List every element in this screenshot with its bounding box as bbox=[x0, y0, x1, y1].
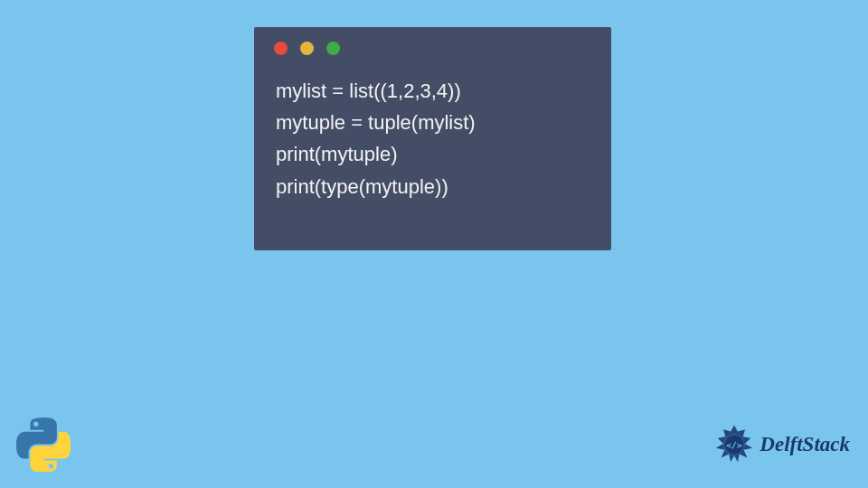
delftstack-icon: </> bbox=[712, 423, 756, 466]
minimize-dot-icon bbox=[300, 42, 314, 55]
delftstack-logo: </> DelftStack bbox=[712, 423, 850, 466]
code-line-2: mytuple = tuple(mylist) bbox=[276, 107, 590, 138]
code-content: mylist = list((1,2,3,4)) mytuple = tuple… bbox=[254, 55, 611, 221]
maximize-dot-icon bbox=[326, 42, 340, 55]
window-controls bbox=[254, 27, 611, 55]
code-line-3: print(mytuple) bbox=[276, 138, 590, 170]
code-line-4: print(type(mytuple)) bbox=[276, 171, 590, 202]
code-window: mylist = list((1,2,3,4)) mytuple = tuple… bbox=[254, 27, 611, 250]
python-logo-icon bbox=[16, 418, 71, 472]
svg-text:</>: </> bbox=[727, 440, 743, 450]
code-line-1: mylist = list((1,2,3,4)) bbox=[276, 75, 590, 107]
delftstack-brand-text: DelftStack bbox=[760, 433, 850, 456]
close-dot-icon bbox=[274, 42, 288, 55]
